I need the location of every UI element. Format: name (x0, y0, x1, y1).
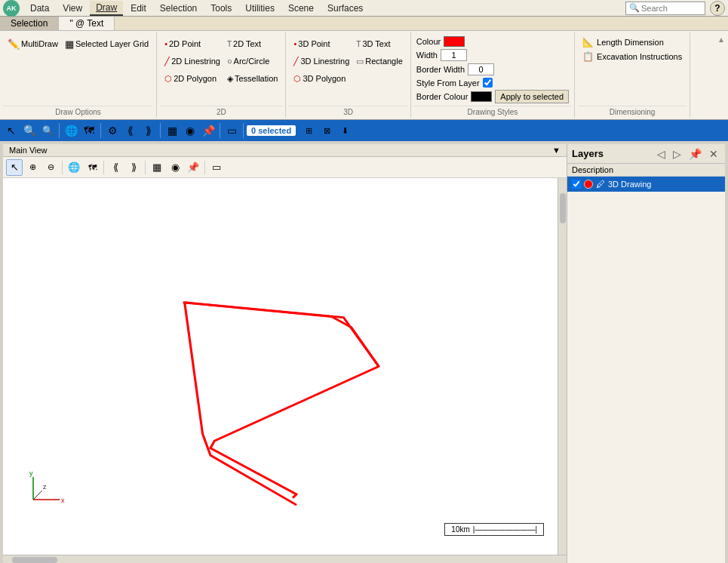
border-colour-row: Border Colour Apply to selected (416, 90, 569, 103)
main-toolbar: ↖ 🔍 🔍 🌐 🗺 ⚙ ⟪ ⟫ ▦ ◉ 📌 ▭ 0 selected ⊞ ⊠ ⬇ (0, 120, 728, 141)
ribbon-text-label[interactable]: " @ Text (59, 17, 115, 30)
help-button[interactable]: ? (710, 1, 725, 16)
main-canvas[interactable]: y x z 10km |————————| (3, 178, 567, 555)
excavation-instructions-button[interactable]: 📋 Excavation Instructions (579, 50, 685, 63)
2d-linestring-button[interactable]: ╱ 2D Linestring (161, 53, 223, 69)
next-tool[interactable]: ⟫ (140, 122, 157, 139)
prev-tool[interactable]: ⟪ (122, 122, 139, 139)
drawing-svg (3, 178, 567, 555)
scale-bar: 10km |————————| (444, 523, 544, 536)
view-dropdown[interactable]: ▼ (552, 146, 561, 155)
canvas-zoom-in[interactable]: ⊕ (24, 159, 41, 176)
canvas-zoom-out[interactable]: ⊖ (42, 159, 59, 176)
layer-visible-checkbox[interactable] (572, 180, 581, 189)
toolbar-sep-2 (100, 123, 101, 138)
settings-tool[interactable]: ⚙ (104, 122, 121, 139)
point-icon: • (164, 39, 167, 48)
canvas-grid[interactable]: ▦ (149, 159, 165, 176)
layers-pin[interactable]: 📌 (687, 147, 704, 161)
layer-color-indicator (584, 180, 593, 189)
layers-panel: Layers ◁ ▷ 📌 ✕ Description 🖊 3D Drawing (567, 144, 725, 563)
grid-tool[interactable]: ▦ (164, 122, 180, 139)
menu-selection[interactable]: Selection (154, 2, 203, 15)
menu-tools[interactable]: Tools (204, 2, 238, 15)
export1-tool[interactable]: ⊞ (300, 122, 317, 139)
canvas-pin[interactable]: 📌 (185, 159, 201, 176)
border-width-row: Border Width (416, 63, 569, 75)
canvas-rect[interactable]: ▭ (208, 159, 225, 176)
style-from-layer-checkbox[interactable] (483, 78, 493, 88)
canvas-sep-2 (103, 161, 104, 174)
3d-point-button[interactable]: • 3D Point (290, 35, 352, 52)
zoom-in-tool[interactable]: 🔍 (21, 122, 38, 139)
cursor-tool[interactable]: ↖ (3, 122, 20, 139)
vertical-scrollbar[interactable] (558, 178, 567, 555)
vscroll-thumb[interactable] (560, 193, 566, 223)
export2-tool[interactable]: ⊠ (318, 122, 335, 139)
svg-line-2 (33, 491, 42, 500)
globe-alt-tool[interactable]: 🗺 (81, 122, 97, 139)
length-dimension-button[interactable]: 📐 Length Dimension (579, 35, 667, 49)
width-input[interactable] (441, 49, 467, 61)
menu-scene[interactable]: Scene (282, 2, 320, 15)
rectangle-icon: ▭ (356, 57, 364, 66)
canvas-layers[interactable]: ◉ (167, 159, 183, 176)
draw-options-label: Draw Options (3, 106, 153, 116)
main-layout: Main View ▼ ↖ ⊕ ⊖ 🌐 🗺 ⟪ ⟫ ▦ ◉ 📌 ▭ (0, 141, 728, 563)
menu-utilities[interactable]: Utilities (239, 2, 281, 15)
canvas-nav-fwd[interactable]: ⟫ (125, 159, 142, 176)
layer-row-3d-drawing[interactable]: 🖊 3D Drawing (567, 177, 725, 192)
search-box[interactable]: 🔍 (625, 2, 705, 15)
ribbon-collapse-arrow[interactable]: ▲ (717, 35, 725, 44)
2d-point-button[interactable]: • 2D Point (161, 35, 223, 52)
text-icon: T (227, 40, 232, 48)
ribbon-group-2d: • 2D Point ╱ 2D Linestring ⬡ 2D Polygon … (157, 32, 286, 118)
menu-view[interactable]: View (57, 2, 88, 15)
3d-polygon-button[interactable]: ⬡ 3D Polygon (290, 70, 352, 87)
drawing-polyline (183, 303, 379, 498)
zoom-out-tool[interactable]: 🔍 (39, 122, 56, 139)
menu-draw[interactable]: Draw (90, 1, 123, 16)
tessellation-button[interactable]: ◈ Tessellation (224, 70, 281, 87)
layer-tool[interactable]: ◉ (182, 122, 198, 139)
canvas-nav-back[interactable]: ⟪ (107, 159, 124, 176)
search-icon: 🔍 (629, 3, 640, 13)
menu-surfaces[interactable]: Surfaces (321, 2, 369, 15)
selected-count: 0 selected (247, 125, 296, 136)
arc-circle-button[interactable]: ○ Arc/Circle (224, 53, 281, 69)
3d-point-icon: • (293, 39, 296, 48)
colour-picker[interactable] (444, 36, 465, 47)
layers-nav-back[interactable]: ◁ (655, 147, 668, 161)
layers-close[interactable]: ✕ (707, 147, 720, 161)
selected-layer-grid-button[interactable]: ▦ Selected Layer Grid (62, 35, 152, 52)
rect-tool[interactable]: ▭ (223, 122, 240, 139)
globe-tool[interactable]: 🌐 (63, 122, 79, 139)
hscroll-thumb[interactable] (12, 557, 57, 563)
export3-tool[interactable]: ⬇ (336, 122, 353, 139)
pin-tool[interactable]: 📌 (200, 122, 217, 139)
menu-data[interactable]: Data (24, 2, 55, 15)
canvas-globe2[interactable]: 🗺 (84, 159, 100, 176)
toolbar-sep-3 (160, 123, 161, 138)
layers-nav-fwd[interactable]: ▷ (671, 147, 683, 161)
2d-polygon-button[interactable]: ⬡ 2D Polygon (161, 70, 223, 87)
axes: y x z (26, 469, 71, 509)
horizontal-scrollbar[interactable] (3, 555, 567, 563)
canvas-cursor[interactable]: ↖ (6, 159, 23, 176)
menu-bar: AK Data View Draw Edit Selection Tools U… (0, 0, 728, 17)
menu-edit[interactable]: Edit (124, 2, 152, 15)
canvas-globe[interactable]: 🌐 (66, 159, 82, 176)
svg-text:x: x (61, 497, 65, 504)
3d-text-button[interactable]: T 3D Text (353, 35, 406, 52)
2d-label: 2D (160, 106, 282, 116)
multidraw-button[interactable]: ✏️ MultiDraw (5, 35, 61, 52)
border-width-input[interactable] (468, 63, 494, 75)
tessellation-icon: ◈ (227, 74, 233, 84)
layers-col-description: Description (567, 164, 725, 177)
border-colour-picker[interactable] (471, 91, 492, 102)
apply-selected-button[interactable]: Apply to selected (495, 90, 569, 103)
rectangle-button[interactable]: ▭ Rectangle (353, 53, 406, 69)
2d-text-button[interactable]: T 2D Text (224, 35, 281, 52)
search-input[interactable] (641, 4, 702, 13)
3d-linestring-button[interactable]: ╱ 3D Linestring (290, 53, 352, 69)
